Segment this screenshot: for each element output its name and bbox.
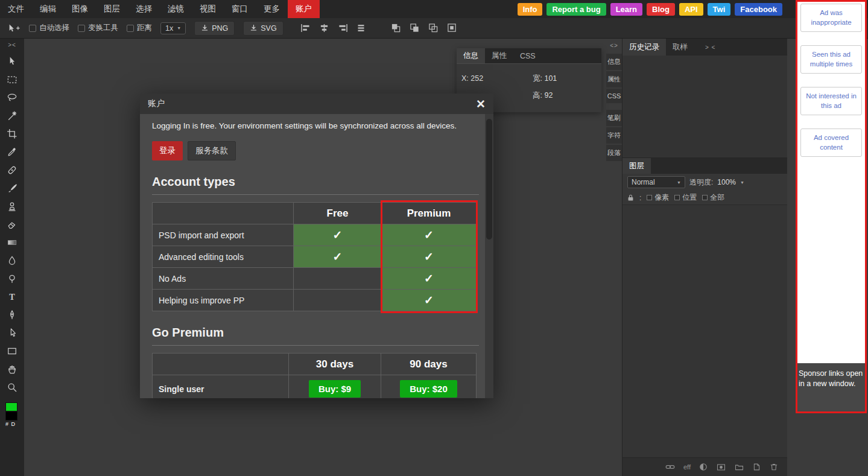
bring-forward-icon[interactable] [410,23,420,33]
checkbox-box[interactable] [674,195,680,200]
menu-item-edit[interactable]: 编辑 [32,0,64,18]
menu-item-select[interactable]: 选择 [128,0,160,18]
history-list[interactable] [622,56,787,158]
strip-collapse-handle[interactable]: <> [610,42,618,49]
send-back-icon[interactable] [447,23,457,33]
healing-tool[interactable] [3,161,21,179]
tab-info[interactable]: 信息 [457,48,485,63]
magic-wand-tool[interactable] [3,107,21,125]
hand-tool[interactable] [3,360,21,378]
login-button[interactable]: 登录 [152,141,183,160]
menu-item-more[interactable]: 更多 [256,0,288,18]
strip-tab-brush[interactable]: 笔刷 [606,110,622,126]
opacity-dropdown-icon[interactable]: ▼ [740,180,744,185]
zoom-tool[interactable] [3,378,21,396]
menu-item-layer[interactable]: 图层 [96,0,128,18]
checkbox-box[interactable] [702,195,708,200]
align-right-icon[interactable] [338,24,348,33]
clone-stamp-tool[interactable] [3,197,21,215]
menu-item-filter[interactable]: 滤镜 [160,0,192,18]
adjustment-layer-icon[interactable] [699,462,708,472]
strip-tab-paragraph[interactable]: 段落 [606,145,622,161]
distances-checkbox[interactable]: 距离 [127,23,152,33]
new-layer-icon[interactable] [752,462,761,472]
link-learn[interactable]: Learn [610,3,642,16]
align-center-horizontal-icon[interactable] [319,24,329,33]
buy-90-days-button[interactable]: Buy: $20 [400,380,457,398]
foreground-color-swatch[interactable] [5,402,17,411]
send-backward-icon[interactable] [428,23,439,33]
link-blog[interactable]: Blog [647,3,675,16]
link-twitter[interactable]: Twi [708,3,731,16]
ad-not-interested-button[interactable]: Not interested in this ad [800,87,862,115]
layer-effects-button[interactable]: eff [683,463,691,471]
delete-layer-icon[interactable] [769,462,779,472]
tools-collapse-handle[interactable]: >< [8,42,16,48]
tab-css[interactable]: CSS [513,48,542,63]
layers-list[interactable] [622,205,787,457]
buy-30-days-button[interactable]: Buy: $9 [309,380,361,398]
link-info[interactable]: Info [518,3,543,16]
tab-swatches[interactable]: 取样 [666,39,694,56]
export-svg-button[interactable]: SVG [243,21,283,36]
strip-tab-properties[interactable]: 属性 [606,71,622,87]
ad-inappropriate-button[interactable]: Ad was inappropriate [800,4,862,32]
new-group-icon[interactable] [734,463,744,472]
blur-tool[interactable] [3,252,21,270]
type-tool[interactable]: T [3,288,21,306]
gradient-tool[interactable] [3,233,21,252]
menu-item-account[interactable]: 账户 [288,0,320,18]
lock-pixels-toggle[interactable]: 像素 [647,192,669,203]
tab-properties[interactable]: 属性 [485,48,513,63]
align-left-icon[interactable] [300,24,311,33]
background-color-swatch[interactable] [5,411,17,420]
tab-layers[interactable]: 图层 [622,158,651,174]
canvas-area[interactable]: 信息 属性 CSS X: 252 宽: 101 高: 92 账户 ✕ [24,39,606,476]
lock-all-toggle[interactable]: 全部 [702,192,724,203]
auto-select-checkbox[interactable]: 自动选择 [29,23,69,33]
menu-item-file[interactable]: 文件 [0,0,32,18]
link-api[interactable]: API [679,3,703,16]
eyedropper-tool[interactable] [3,143,21,161]
dodge-tool[interactable] [3,270,21,288]
distribute-vertical-icon[interactable] [356,24,366,33]
checkbox-box[interactable] [127,25,134,32]
pen-tool[interactable] [3,306,21,324]
rectangle-tool[interactable] [3,342,21,360]
link-facebook[interactable]: Facebook [735,3,782,16]
ad-seen-multiple-button[interactable]: Seen this ad multiple times [800,45,862,74]
path-select-tool[interactable] [3,324,21,342]
ad-covered-content-button[interactable]: Ad covered content [800,129,862,157]
checkbox-box[interactable] [78,25,85,32]
checkbox-box[interactable] [647,195,652,200]
menu-item-image[interactable]: 图像 [64,0,96,18]
menu-item-window[interactable]: 窗口 [224,0,256,18]
export-png-button[interactable]: PNG [194,21,235,36]
transform-controls-checkbox[interactable]: 变换工具 [78,23,118,33]
crop-tool[interactable] [3,125,21,143]
lasso-tool[interactable] [3,89,21,107]
strip-tab-css[interactable]: CSS [606,89,622,103]
menu-item-view[interactable]: 视图 [192,0,224,18]
dialog-titlebar[interactable]: 账户 ✕ [140,94,493,114]
strip-tab-character[interactable]: 字符 [606,127,622,144]
panel-collapse-handle[interactable]: > < [705,44,715,51]
eraser-tool[interactable] [3,215,21,233]
dialog-scrollbar-thumb[interactable] [486,119,492,240]
marquee-select-tool[interactable] [3,71,21,89]
brush-tool[interactable] [3,179,21,197]
checkbox-box[interactable] [29,25,36,32]
link-report-bug[interactable]: Report a bug [546,3,606,16]
strip-tab-info[interactable]: 信息 [606,54,622,70]
opacity-value[interactable]: 100% [717,178,736,186]
zoom-select[interactable]: 1x ▼ [160,22,186,34]
terms-button[interactable]: 服务条款 [188,141,236,160]
layer-mask-icon[interactable] [716,463,726,472]
bring-front-icon[interactable] [391,23,401,33]
tab-history[interactable]: 历史记录 [622,39,666,56]
link-layers-icon[interactable] [665,462,676,472]
move-tool[interactable] [3,52,21,71]
close-icon[interactable]: ✕ [476,98,486,110]
blend-mode-select[interactable]: Normal ▼ [627,176,685,188]
dialog-scrollbar[interactable] [485,114,493,398]
